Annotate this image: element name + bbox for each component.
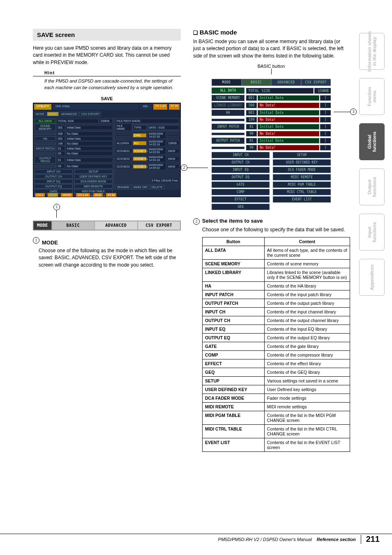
side-tab[interactable]: Functionmenu (359, 78, 385, 115)
side-tab[interactable]: Appendices (359, 259, 385, 296)
ui-list-item[interactable]: INPUT EQ (212, 167, 270, 173)
select-items-body: Choose one of the following to specify t… (202, 226, 349, 233)
ui-item-button[interactable] (212, 133, 244, 135)
ss-alldata: ALL DATA (35, 119, 56, 123)
ui-list-item[interactable]: MIDI CTRL TABLE (273, 189, 331, 195)
tab-basic[interactable]: BASIC (52, 221, 95, 230)
select-items-heading: Select the items to save (202, 218, 263, 224)
hint-body: If the PM5D and DSP5D are cascade-connec… (44, 78, 181, 91)
callout-2b: 2 (193, 218, 200, 225)
table-row-content: Contents of the input channel library (264, 307, 350, 316)
table-row-button: INPUT PATCH (203, 290, 265, 299)
ui-list-item[interactable]: EFFECT (212, 196, 270, 203)
table-row-button: OUTPUT EQ (203, 333, 265, 342)
table-row-content: Contents of the list in the MIDI PGM CHA… (264, 411, 350, 424)
hint-label: Hint (44, 70, 181, 75)
table-row-button: SCENE MEMORY (203, 259, 265, 268)
ui-list-item[interactable]: OUTPUT CH (212, 159, 270, 166)
intro-paragraph: Here you can save PM5D scenes and librar… (33, 45, 181, 66)
ui-list-item[interactable]: GEQ (212, 204, 270, 210)
table-row-content: Fader mode settings (264, 394, 350, 402)
ss-path: FILE PATH \DATA\ (115, 119, 179, 123)
ui-item-button[interactable]: INPUT PATCH (212, 124, 244, 130)
ui-item-button[interactable]: LINKED LIBRARY (212, 102, 244, 108)
tab-csv-export[interactable]: CSV EXPORT (138, 221, 181, 230)
ui-list-item[interactable]: DCA FADER MODE (273, 167, 331, 173)
side-tab[interactable]: Globalfunctions (359, 123, 385, 160)
ui-alldata[interactable]: ALL DATA (212, 88, 244, 94)
callout-1: 1 (53, 204, 60, 210)
ss-fs: 48k (140, 104, 152, 110)
table-row-content: Contents of the gate library (264, 342, 350, 350)
footer-ref: Reference section (317, 537, 356, 542)
table-row-button: GEQ (203, 368, 265, 376)
ui-item-button[interactable] (212, 147, 244, 149)
ss-stin: ST IN (169, 104, 180, 110)
table-row-button: INPUT CH (203, 307, 265, 316)
ui-list-item[interactable]: COMP (212, 189, 270, 195)
th-content: Content (264, 237, 350, 246)
ui-list-item[interactable]: USER DEFINED KEY (273, 159, 331, 166)
th-button: Button (203, 237, 265, 246)
section-title: SAVE screen (33, 29, 181, 41)
page-number: 211 (366, 534, 380, 544)
ui-tab-basic[interactable]: BASIC (242, 79, 272, 86)
ui-item-button[interactable] (212, 119, 244, 121)
table-row-button: GATE (203, 342, 265, 350)
table-row-button: MIDI PGM TABLE (203, 411, 265, 424)
callout-2: 2 (181, 164, 187, 171)
ui-list-item[interactable]: EVENT LIST (273, 196, 331, 203)
hint-divider (33, 76, 181, 76)
table-row-content: Contents of the output channel library (264, 316, 350, 325)
table-row-content: Contents of scene memory (264, 259, 350, 268)
ui-tab-advanced[interactable]: ADVANCED (271, 79, 301, 86)
ui-list-item[interactable]: OUTPUT EQ (212, 174, 270, 180)
tab-advanced[interactable]: ADVANCED (95, 221, 138, 230)
table-row-content: All items of each type, and the contents… (264, 246, 350, 259)
ss-utility: UTILITY (34, 104, 51, 110)
table-row-button: USER DEFINED KEY (203, 385, 265, 394)
ss-tab-csv: CSV EXPORT (79, 112, 101, 116)
save-screen-screenshot: UTILITY 006 Initial 48k CH 1-24 ST IN MO… (33, 103, 181, 197)
ui-total-value: 150KB (314, 88, 331, 94)
ui-item-button[interactable]: OUTPUT PATCH (212, 138, 244, 144)
ss-totalv: 150KB (99, 119, 113, 123)
ui-item-button[interactable]: HA (212, 110, 244, 116)
mode-body: Choose one of the following as the mode … (39, 247, 181, 269)
side-tabs: Information shownin the displayFunctionm… (359, 33, 385, 296)
table-row-content: Contents of the compressor library (264, 350, 350, 359)
page-footer: PM5D/PM5D-RH V2 / DSP5D Owner's Manual R… (0, 534, 392, 544)
table-row-content: Libraries linked to the scene (available… (264, 268, 350, 281)
table-row-content: Contents of the list in the EVENT LIST s… (264, 438, 350, 451)
table-row-button: MIDI CTRL TABLE (203, 424, 265, 438)
table-row-content: Contents of the effect library (264, 359, 350, 368)
table-row-button: EVENT LIST (203, 438, 265, 451)
callout-1b: 1 (33, 237, 39, 244)
table-row-content: User Defined key settings (264, 385, 350, 394)
ui-list-item[interactable]: GATE (212, 182, 270, 188)
ui-item-button[interactable]: SCENE MEMORY (212, 95, 244, 101)
callout-3: 3 (350, 108, 357, 115)
table-row-button: COMP (203, 350, 265, 359)
ss-total: TOTAL SIZE (57, 119, 99, 123)
ui-total-label: TOTAL SIZE (246, 88, 314, 94)
mode-button[interactable]: MODE (33, 221, 52, 230)
table-row-button: OUTPUT PATCH (203, 299, 265, 307)
table-row-button: EFFECT (203, 359, 265, 368)
ss-tab-basic: BASIC (47, 112, 59, 116)
ui-list-item[interactable]: MIDI REMOTE (273, 174, 331, 180)
side-tab[interactable]: Outputfunctions (359, 168, 385, 205)
ui-list-item[interactable]: INPUT CH (212, 152, 270, 158)
ui-list-item[interactable]: SETUP (273, 152, 331, 158)
table-row-button: ALL DATA (203, 246, 265, 259)
table-row-content: Contents of the HA library (264, 281, 350, 290)
basic-button-label: BASIC button (193, 64, 349, 69)
basic-ui-diagram: MODE BASIC ADVANCED CSV EXPORT ALL DATA … (212, 79, 331, 211)
table-row-content: Contents of the output patch library (264, 299, 350, 307)
table-row-content: MIDI remote settings (264, 402, 350, 411)
ui-list-item[interactable]: MIDI PGM TABLE (273, 182, 331, 188)
side-tab[interactable]: Information shownin the display (359, 33, 385, 70)
side-tab[interactable]: Inputfunctions (359, 214, 385, 251)
content-table: Button Content ALL DATA All items of eac… (202, 237, 350, 452)
ui-tab-csv[interactable]: CSV EXPORT (301, 79, 331, 86)
